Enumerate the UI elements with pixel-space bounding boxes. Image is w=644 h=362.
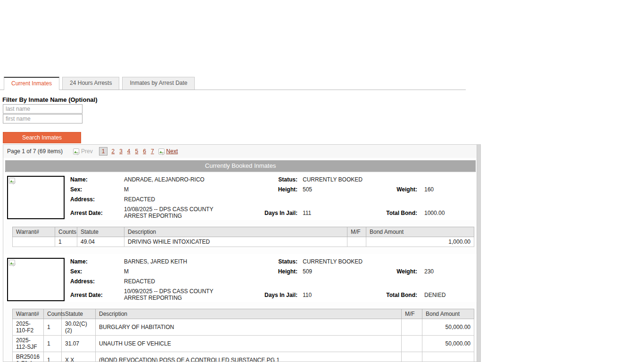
description-cell: BURGLARY OF HABITATION bbox=[96, 319, 402, 336]
sex-value: M bbox=[124, 186, 230, 193]
statute-cell: 31.07 bbox=[62, 336, 96, 352]
description-header: Description bbox=[96, 309, 402, 319]
charges-table: Warrant# Counts Statute Description M/F … bbox=[12, 227, 474, 247]
first-name-input[interactable] bbox=[3, 114, 83, 123]
address-label: Address: bbox=[70, 278, 124, 285]
arrest-date-label: Arrest Date: bbox=[70, 210, 124, 216]
counts-cell: 1 bbox=[44, 319, 62, 336]
description-cell: DRIVING WHILE INTOXICATED bbox=[124, 237, 347, 247]
description-cell: (BOND REVOCATION) POSS OF A CONTROLLED S… bbox=[96, 352, 402, 362]
warrant-header: Warrant# bbox=[13, 227, 55, 237]
height-value: 509 bbox=[297, 268, 359, 275]
grid-title-bar: Currently Booked Inmates bbox=[5, 160, 476, 172]
warrant-header: Warrant# bbox=[13, 309, 44, 319]
mf-header: M/F bbox=[402, 309, 422, 319]
tab-inmates-by-arrest-date[interactable]: Inmates by Arrest Date bbox=[122, 77, 195, 90]
results-panel: Page 1 of 7 (69 items) Prev 1 2 3 4 5 6 … bbox=[3, 144, 481, 362]
sex-label: Sex: bbox=[70, 268, 124, 275]
sex-label: Sex: bbox=[70, 186, 124, 193]
days-in-jail-label: Days In Jail: bbox=[230, 292, 297, 298]
days-in-jail-value: 110 bbox=[297, 292, 359, 298]
description-header: Description bbox=[124, 227, 347, 237]
statute-cell: 30.02(C)(2) bbox=[62, 319, 96, 336]
status-value: CURRENTLY BOOKED bbox=[297, 258, 477, 265]
bond-amount-cell: 50,000.00 bbox=[422, 319, 474, 336]
address-label: Address: bbox=[70, 196, 124, 203]
pager-page-7[interactable]: 7 bbox=[151, 148, 154, 155]
inmate-photo bbox=[7, 176, 65, 219]
charges-header-row: Warrant# Counts Statute Description M/F … bbox=[13, 227, 474, 237]
description-cell: UNAUTH USE OF VEHICLE bbox=[96, 336, 402, 352]
charge-row: BR250160-F2-1 1 X X (BOND REVOCATION) PO… bbox=[13, 352, 474, 362]
last-name-input[interactable] bbox=[3, 104, 83, 114]
counts-cell: 1 bbox=[55, 237, 77, 247]
charges-header-row: Warrant# Counts Statute Description M/F … bbox=[13, 309, 474, 319]
mf-cell bbox=[402, 336, 422, 352]
name-value: BARNES, JARED KEITH bbox=[124, 258, 230, 265]
mf-header: M/F bbox=[347, 227, 366, 237]
vertical-scrollbar[interactable] bbox=[477, 145, 480, 362]
warrant-cell: 2025-110-F2 bbox=[13, 319, 44, 336]
inmate-details: Name: BARNES, JARED KEITH Status: CURREN… bbox=[65, 257, 477, 302]
status-value: CURRENTLY BOOKED bbox=[297, 176, 477, 183]
name-value: ANDRADE, ALEJANDRO-RICO bbox=[124, 176, 230, 183]
inmate-roster-page: Current Inmates 24 Hours Arrests Inmates… bbox=[0, 0, 644, 362]
statute-header: Statute bbox=[62, 309, 96, 319]
pager-page-2[interactable]: 2 bbox=[111, 148, 115, 155]
pager-next-link[interactable]: Next bbox=[166, 148, 178, 155]
pager-prev-link[interactable]: Prev bbox=[81, 148, 93, 155]
days-in-jail-value: 111 bbox=[297, 210, 359, 216]
total-bond-value: 1000.00 bbox=[417, 210, 477, 216]
address-value: REDACTED bbox=[124, 278, 477, 285]
name-label: Name: bbox=[70, 176, 124, 183]
pager-page-5[interactable]: 5 bbox=[135, 148, 139, 155]
bond-amount-cell: 1,000.00 bbox=[366, 237, 474, 247]
inmate-record: Name: ANDRADE, ALEJANDRO-RICO Status: CU… bbox=[3, 172, 477, 220]
warrant-cell bbox=[13, 237, 55, 247]
total-bond-label: Total Bond: bbox=[359, 210, 417, 216]
total-bond-value: DENIED bbox=[417, 292, 477, 298]
arrest-date-value: 10/09/2025 -- DPS CASS COUNTY ARREST REP… bbox=[124, 288, 230, 301]
bond-amount-header: Bond Amount bbox=[366, 227, 474, 237]
broken-image-icon bbox=[158, 148, 165, 155]
counts-cell: 1 bbox=[44, 352, 62, 362]
inmate-photo bbox=[7, 258, 65, 301]
counts-cell: 1 bbox=[44, 336, 62, 352]
pager-page-3[interactable]: 3 bbox=[119, 148, 123, 155]
warrant-cell: BR250160-F2-1 bbox=[13, 352, 44, 362]
charge-row: 2025-112-SJF 1 31.07 UNAUTH USE OF VEHIC… bbox=[13, 336, 474, 352]
bond-amount-cell bbox=[422, 352, 474, 362]
broken-image-icon bbox=[73, 148, 80, 155]
statute-cell: 49.04 bbox=[77, 237, 124, 247]
pager-summary: Page 1 of 7 (69 items) bbox=[7, 148, 63, 155]
mf-cell bbox=[402, 352, 422, 362]
tab-24-hours-arrests[interactable]: 24 Hours Arrests bbox=[62, 77, 119, 90]
bond-amount-cell: 50,000.00 bbox=[422, 336, 474, 352]
tab-current-inmates[interactable]: Current Inmates bbox=[4, 77, 59, 90]
statute-cell: X X bbox=[62, 352, 96, 362]
statute-header: Statute bbox=[77, 227, 124, 237]
pager-page-1-current[interactable]: 1 bbox=[99, 147, 108, 156]
charge-row: 2025-110-F2 1 30.02(C)(2) BURGLARY OF HA… bbox=[13, 319, 474, 336]
pager-page-6[interactable]: 6 bbox=[143, 148, 146, 155]
weight-value: 230 bbox=[417, 268, 477, 275]
sex-value: M bbox=[124, 268, 230, 275]
days-in-jail-label: Days In Jail: bbox=[230, 210, 297, 216]
tab-strip: Current Inmates 24 Hours Arrests Inmates… bbox=[0, 77, 466, 90]
inmate-record: Name: BARNES, JARED KEITH Status: CURREN… bbox=[3, 254, 477, 302]
status-label: Status: bbox=[230, 258, 297, 265]
filter-heading: Filter By Inmate Name (Optional) bbox=[2, 96, 98, 103]
inmate-details: Name: ANDRADE, ALEJANDRO-RICO Status: CU… bbox=[65, 175, 477, 220]
total-bond-label: Total Bond: bbox=[359, 292, 417, 298]
name-label: Name: bbox=[70, 258, 124, 265]
bond-amount-header: Bond Amount bbox=[422, 309, 474, 319]
counts-header: Counts bbox=[55, 227, 77, 237]
broken-image-icon bbox=[9, 178, 16, 184]
search-inmates-button[interactable]: Search Inmates bbox=[3, 132, 81, 143]
height-label: Height: bbox=[230, 268, 297, 275]
pager-page-4[interactable]: 4 bbox=[127, 148, 131, 155]
address-value: REDACTED bbox=[124, 196, 477, 203]
warrant-cell: 2025-112-SJF bbox=[13, 336, 44, 352]
height-value: 505 bbox=[297, 186, 359, 193]
status-label: Status: bbox=[230, 176, 297, 183]
